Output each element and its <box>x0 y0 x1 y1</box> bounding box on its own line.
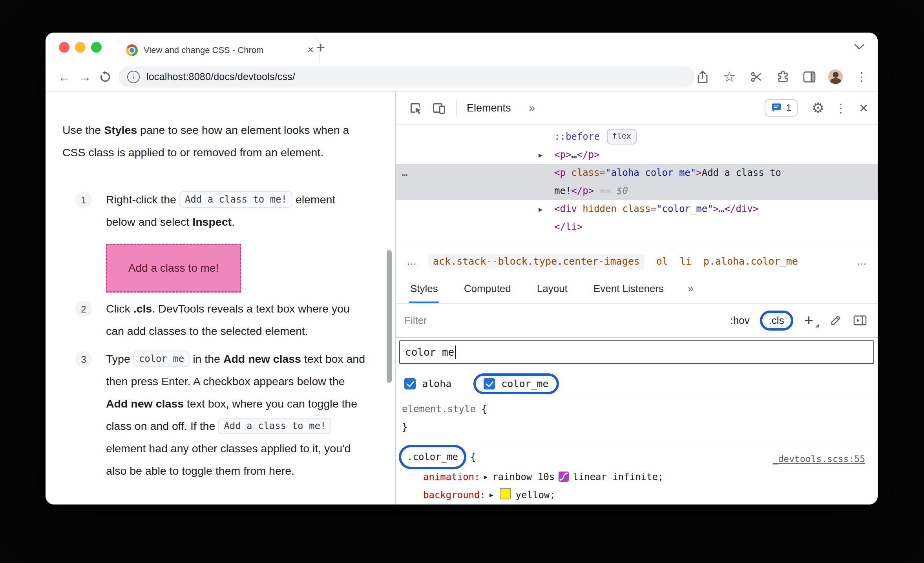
tab-search-chevron-icon[interactable] <box>854 44 864 50</box>
site-info-icon[interactable]: i <box>127 71 140 83</box>
page-scrollbar-thumb[interactable] <box>387 250 392 383</box>
tab-strip: View and change CSS - Chrom × + <box>46 33 878 62</box>
dollar-zero-marker: $0 <box>617 185 628 196</box>
devtools-close-icon[interactable]: × <box>855 99 872 117</box>
node-overflow-dots[interactable]: … <box>402 164 407 182</box>
step-2-number: 2 <box>75 301 92 317</box>
console-messages-button[interactable]: 1 <box>765 99 798 117</box>
dom-node-before[interactable]: ::beforeflex <box>396 128 878 146</box>
styles-tab-bar: Styles Computed Layout Event Listeners » <box>396 274 878 303</box>
checkbox-checked-icon[interactable] <box>404 378 416 389</box>
show-sidebar-icon[interactable] <box>853 315 867 326</box>
element-style-selector[interactable]: element.style <box>402 404 476 415</box>
address-bar: ← → i localhost:8080/docs/devtools/css/ … <box>46 62 878 91</box>
rule-selector[interactable]: .color_me <box>399 445 466 469</box>
docs-page: Use the Styles pane to see how an elemen… <box>46 92 395 505</box>
forward-button[interactable]: → <box>75 67 95 87</box>
dom-node-selected[interactable]: …<p class="aloha color_me">Add a class t… <box>396 164 878 200</box>
breadcrumb-ol[interactable]: ol <box>656 256 668 267</box>
devtools-panel: Elements » 1 ⚙ ⋮ × ::beforeflex ▶<p>…</p… <box>395 92 878 505</box>
element-classes-button[interactable]: .cls <box>760 311 793 331</box>
dom-node-li-close[interactable]: </li> <box>396 218 878 236</box>
profile-avatar[interactable] <box>828 69 843 84</box>
toolbar-divider <box>456 100 457 116</box>
stylesheet-source-link[interactable]: _devtools.scss:55 <box>773 450 865 468</box>
class-toggles: aloha color_me <box>396 371 878 396</box>
toggle-element-state-button[interactable]: :hov <box>730 314 749 327</box>
traffic-close-button[interactable] <box>59 42 69 53</box>
expand-arrow-icon[interactable]: ▶ <box>539 146 542 164</box>
devtools-menu-kebab-icon[interactable]: ⋮ <box>832 99 849 117</box>
inline-code: color_me <box>133 351 190 367</box>
window-content: Use the Styles pane to see how an elemen… <box>46 91 878 505</box>
css-property-animation[interactable]: animation:▶rainbow 10slinear infinite; <box>402 468 878 486</box>
browser-menu-kebab-icon[interactable]: ⋮ <box>854 68 869 86</box>
class-label: aloha <box>422 378 451 389</box>
scissors-extension-icon[interactable] <box>748 68 764 86</box>
shorthand-expand-icon[interactable]: ▶ <box>489 491 493 499</box>
breadcrumb-stack-block[interactable]: ack.stack--block.type.center-images <box>428 254 645 269</box>
step-3-number: 3 <box>75 351 92 367</box>
new-style-rule-button[interactable]: + <box>804 313 818 328</box>
shorthand-expand-icon[interactable]: ▶ <box>484 473 488 481</box>
traffic-zoom-button[interactable] <box>91 42 102 53</box>
browser-tab[interactable]: View and change CSS - Chrom × <box>118 37 320 63</box>
more-panels-chevron[interactable]: » <box>529 102 535 114</box>
toolbar-actions: ☆ ⋮ <box>695 68 869 86</box>
share-icon[interactable] <box>695 68 710 86</box>
browser-window: View and change CSS - Chrom × + ← → i lo… <box>46 33 878 505</box>
bezier-editor-icon[interactable] <box>559 472 569 482</box>
inline-code: Add a class to me! <box>218 418 331 434</box>
expand-arrow-icon[interactable]: ▶ <box>539 200 542 218</box>
font-editor-pen-icon[interactable] <box>830 314 842 326</box>
crumbs-overflow-right[interactable]: … <box>857 256 867 267</box>
step-1: 1 Right-click the Add a class to me! ele… <box>106 188 367 233</box>
styles-toolbar: Filter :hov .cls + <box>396 303 878 338</box>
crumbs-overflow-left[interactable]: … <box>407 256 416 267</box>
intro-paragraph: Use the Styles pane to see how an elemen… <box>62 119 358 164</box>
breadcrumb-li[interactable]: li <box>680 256 692 267</box>
tab-title: View and change CSS - Chrom <box>144 45 305 55</box>
color-me-rule-block: .color_me { _devtools.scss:55 animation:… <box>396 441 878 505</box>
new-tab-button[interactable]: + <box>311 38 331 57</box>
class-label: color_me <box>501 378 548 389</box>
demo-element[interactable]: Add a class to me! <box>106 244 241 292</box>
flex-badge[interactable]: flex <box>607 129 637 144</box>
more-tabs-chevron[interactable]: » <box>688 283 694 295</box>
bookmark-star-icon[interactable]: ☆ <box>721 68 737 86</box>
dom-tree: ::beforeflex ▶<p>…</p> …<p class="aloha … <box>396 124 878 248</box>
dom-node-div-hidden[interactable]: ▶<div hidden class="color_me">…</div> <box>396 200 878 218</box>
tab-layout[interactable]: Layout <box>536 274 569 303</box>
css-property-background[interactable]: background:▶yellow; <box>402 486 878 504</box>
devtools-settings-gear-icon[interactable]: ⚙ <box>809 99 827 117</box>
dom-breadcrumbs: … ack.stack--block.type.center-images ol… <box>396 248 878 274</box>
breadcrumb-p-aloha-color-me[interactable]: p.aloha.color_me <box>703 256 798 267</box>
element-style-block: element.style { } <box>396 396 878 441</box>
step-3: 3 Type color_me in the Add new class tex… <box>106 348 367 482</box>
color-swatch-yellow[interactable] <box>500 488 511 499</box>
extensions-puzzle-icon[interactable] <box>775 68 791 86</box>
omnibox[interactable]: i localhost:8080/docs/devtools/css/ <box>119 66 695 88</box>
message-count: 1 <box>786 102 791 113</box>
side-panel-icon[interactable] <box>802 68 817 86</box>
add-new-class-input[interactable]: color_me <box>399 340 874 364</box>
class-toggle-color-me[interactable]: color_me <box>473 373 559 394</box>
devtools-toolbar: Elements » 1 ⚙ ⋮ × <box>396 92 878 124</box>
tab-elements[interactable]: Elements <box>467 102 511 114</box>
dom-node-p-collapsed[interactable]: ▶<p>…</p> <box>396 146 878 164</box>
tab-styles[interactable]: Styles <box>409 274 439 303</box>
inspect-element-icon[interactable] <box>407 99 424 117</box>
class-toggle-aloha[interactable]: aloha <box>404 378 451 389</box>
traffic-minimize-button[interactable] <box>75 42 86 53</box>
tab-event-listeners[interactable]: Event Listeners <box>592 274 665 303</box>
styles-filter-input[interactable]: Filter <box>404 314 427 327</box>
back-button[interactable]: ← <box>54 67 75 87</box>
chrome-favicon <box>126 44 138 56</box>
checkbox-checked-icon[interactable] <box>484 378 495 389</box>
text-caret <box>455 345 456 359</box>
rule-closing-brace: } <box>402 504 878 505</box>
reload-button[interactable] <box>95 67 115 87</box>
device-toolbar-icon[interactable] <box>430 99 447 117</box>
step-2: 2 Click .cls. DevTools reveals a text bo… <box>106 298 367 342</box>
tab-computed[interactable]: Computed <box>463 274 512 303</box>
